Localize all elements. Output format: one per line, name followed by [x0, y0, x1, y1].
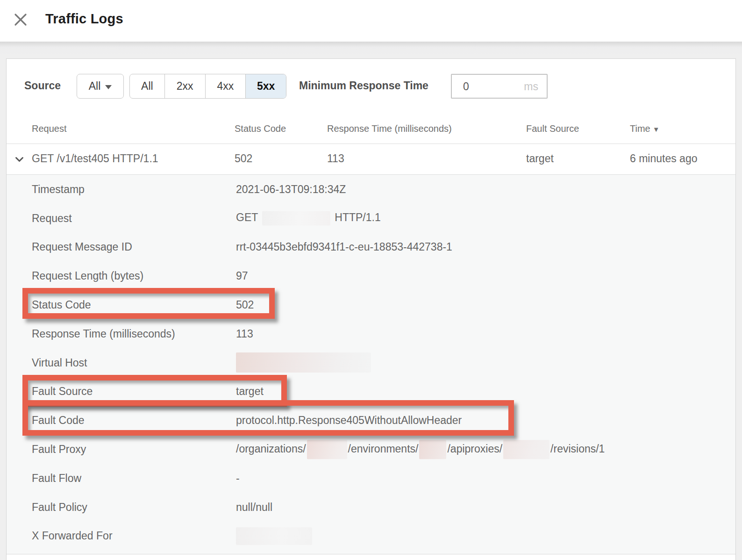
- source-label: Source: [24, 79, 61, 92]
- detail-row-timestamp: Timestamp 2021-06-13T09:18:34Z: [7, 175, 735, 204]
- detail-row-x-forwarded-for: X Forwarded For: [7, 522, 735, 551]
- redacted-value: [236, 527, 312, 545]
- detail-row-fault-source: Fault Source target: [7, 377, 735, 406]
- log-row-request: GET /v1/test405 HTTP/1.1: [32, 152, 158, 165]
- detail-row-request-message-id: Request Message ID rrt-03445b3ebfd9341f1…: [7, 233, 735, 262]
- source-dropdown[interactable]: All: [77, 74, 124, 99]
- detail-label: X Forwarded For: [32, 530, 113, 542]
- detail-label: Fault Source: [32, 385, 93, 398]
- source-dropdown-value: All: [89, 80, 101, 93]
- detail-row-fault-code: Fault Code protocol.http.Response405With…: [7, 406, 735, 435]
- redacted-value: [503, 440, 549, 459]
- request-method: GET: [236, 211, 258, 223]
- redacted-value: [236, 352, 371, 373]
- fault-proxy-segment: /revisions/1: [550, 443, 605, 455]
- page-title: Traffic Logs: [45, 11, 123, 27]
- request-protocol: HTTP/1.1: [335, 211, 380, 223]
- min-response-time-value: 0: [463, 80, 469, 93]
- app-header: Traffic Logs: [0, 0, 742, 42]
- detail-label: Virtual Host: [32, 356, 87, 369]
- sort-desc-icon: ▼: [653, 125, 660, 133]
- detail-row-fault-policy: Fault Policy null/null: [7, 493, 735, 522]
- detail-row-request: Request GETHTTP/1.1: [7, 204, 735, 233]
- detail-row-status-code: Status Code 502: [7, 290, 735, 319]
- log-detail-panel: Timestamp 2021-06-13T09:18:34Z Request G…: [7, 175, 735, 554]
- fault-proxy-segment: /environments/: [348, 443, 419, 455]
- detail-row-fault-proxy: Fault Proxy /organizations//environments…: [7, 435, 735, 464]
- detail-label: Fault Code: [32, 414, 85, 427]
- status-filter-5xx[interactable]: 5xx: [245, 74, 286, 98]
- detail-label: Request Message ID: [32, 241, 132, 253]
- detail-row-request-length: Request Length (bytes) 97: [7, 261, 735, 290]
- detail-value: null/null: [236, 501, 272, 513]
- redacted-value: [307, 440, 347, 459]
- detail-label: Fault Proxy: [32, 443, 86, 456]
- status-filter-2xx[interactable]: 2xx: [164, 74, 205, 98]
- traffic-logs-panel: Source All All 2xx 4xx 5xx Minimum Respo…: [6, 58, 736, 560]
- fault-proxy-segment: /apiproxies/: [447, 443, 502, 455]
- log-row-response-time: 113: [327, 152, 344, 165]
- redacted-value: [419, 440, 446, 459]
- detail-label: Status Code: [32, 299, 91, 311]
- min-response-time-input[interactable]: 0 ms: [451, 74, 548, 99]
- detail-label: Request: [32, 212, 72, 224]
- column-header-response-time: Response Time (milliseconds): [327, 123, 452, 134]
- column-header-status-code: Status Code: [235, 123, 286, 134]
- redacted-value: [262, 211, 330, 225]
- status-filter-4xx[interactable]: 4xx: [205, 74, 246, 98]
- detail-label: Response Time (milliseconds): [32, 327, 175, 340]
- status-filter-group: All 2xx 4xx 5xx: [129, 74, 286, 99]
- chevron-down-icon: [105, 85, 112, 89]
- detail-value: 502: [236, 299, 254, 311]
- detail-value: rrt-03445b3ebfd9341f1-c-eu-18853-442738-…: [236, 241, 452, 253]
- log-row[interactable]: GET /v1/test405 HTTP/1.1 502 113 target …: [7, 144, 735, 174]
- detail-row-response-time: Response Time (milliseconds) 113: [7, 319, 735, 348]
- detail-value: 113: [236, 327, 253, 340]
- detail-value: /organizations//environments//apiproxies…: [236, 443, 605, 455]
- log-row-time: 6 minutes ago: [630, 152, 697, 165]
- detail-value: -: [236, 472, 240, 484]
- status-filter-all[interactable]: All: [130, 74, 164, 98]
- column-header-time-label: Time: [630, 123, 650, 134]
- detail-label: Fault Flow: [32, 472, 81, 484]
- detail-label: Fault Policy: [32, 501, 87, 513]
- detail-row-virtual-host: Virtual Host: [7, 348, 735, 377]
- detail-label: Timestamp: [32, 183, 85, 195]
- log-row-fault-source: target: [526, 152, 554, 165]
- detail-value: 97: [236, 270, 248, 282]
- detail-row-fault-flow: Fault Flow -: [7, 464, 735, 493]
- min-response-time-unit: ms: [524, 80, 538, 93]
- fault-proxy-segment: /organizations/: [236, 443, 306, 455]
- log-row-status-code: 502: [235, 152, 252, 165]
- detail-value: 2021-06-13T09:18:34Z: [236, 183, 346, 195]
- column-header-time[interactable]: Time▼: [630, 123, 660, 134]
- column-header-fault-source: Fault Source: [526, 123, 579, 134]
- chevron-down-icon[interactable]: [15, 156, 24, 165]
- close-icon[interactable]: [12, 11, 31, 30]
- column-header-request: Request: [32, 123, 67, 134]
- detail-value: target: [236, 385, 264, 398]
- min-response-time-label: Minimum Response Time: [299, 79, 428, 92]
- detail-label: Request Length (bytes): [32, 270, 143, 282]
- detail-value: GETHTTP/1.1: [236, 211, 381, 225]
- detail-value: protocol.http.Response405WithoutAllowHea…: [236, 414, 462, 427]
